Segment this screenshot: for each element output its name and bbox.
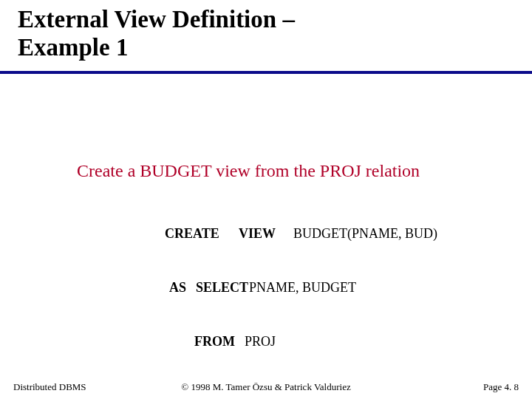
title-divider (0, 71, 532, 74)
kw-from: FROM (194, 332, 245, 350)
kw-create: CREATE (165, 225, 239, 242)
slide-subtitle: Create a BUDGET view from the PROJ relat… (77, 161, 420, 181)
title-line-2: Example 1 (18, 34, 128, 61)
sql-line-3-args: PROJ (245, 334, 276, 349)
kw-view: VIEW (239, 225, 293, 242)
footer: Distributed DBMS © 1998 M. Tamer Özsu & … (0, 378, 532, 393)
sql-block: CREATEVIEWBUDGET(PNAME, BUD) ASSELECTPNA… (145, 207, 437, 369)
kw-as: AS (169, 279, 196, 296)
sql-line-2: ASSELECTPNAME, BUDGET (145, 261, 437, 315)
sql-line-1: CREATEVIEWBUDGET(PNAME, BUD) (145, 207, 437, 261)
footer-center: © 1998 M. Tamer Özsu & Patrick Valduriez (0, 381, 532, 393)
sql-line-2-args: PNAME, BUDGET (249, 280, 356, 295)
sql-line-3: FROMPROJ (145, 315, 437, 369)
footer-right: Page 4. 8 (483, 381, 519, 393)
kw-select: SELECT (196, 279, 249, 296)
slide: External View Definition – Example 1 Cre… (0, 0, 532, 399)
slide-title: External View Definition – Example 1 (18, 6, 295, 62)
sql-line-1-args: BUDGET(PNAME, BUD) (293, 226, 437, 241)
title-line-1: External View Definition – (18, 6, 295, 33)
